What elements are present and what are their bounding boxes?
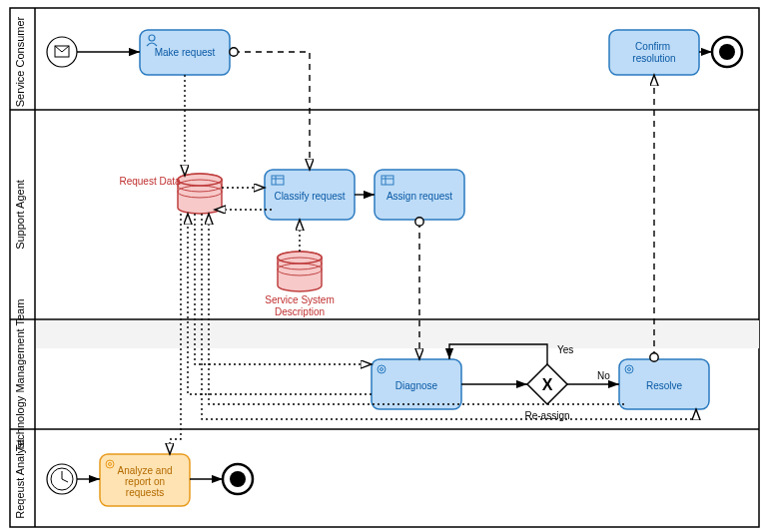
svg-text:requests: requests <box>126 487 164 498</box>
svg-text:Confirm
      resolution: Confirm resolution <box>632 41 675 64</box>
svg-text:Diagnose: Diagnose <box>395 380 438 391</box>
svg-text:Classify request: Classify request <box>274 191 345 202</box>
svg-text:Description: Description <box>275 306 325 317</box>
svg-point-59 <box>230 471 246 487</box>
datastore-request-data: Request Data <box>119 174 222 214</box>
svg-text:Assign request: Assign request <box>386 191 452 202</box>
task-make-request: Make request <box>140 30 230 75</box>
bpmn-diagram: Service Consumer Support Agent Technolog… <box>0 0 767 532</box>
end-event <box>712 37 742 67</box>
task-confirm-resolution: Confirm resolution <box>609 30 699 75</box>
start-event-message <box>47 37 77 67</box>
svg-text:report on: report on <box>125 476 165 487</box>
end-event-analyst <box>223 464 253 494</box>
task-diagnose: Diagnose <box>372 359 461 409</box>
lane-support-agent: Support Agent <box>14 180 26 250</box>
start-event-timer <box>47 464 77 494</box>
lane-service-consumer: Service Consumer <box>14 16 26 107</box>
svg-text:X: X <box>542 376 553 393</box>
task-classify-request: Classify request <box>265 170 355 220</box>
task-resolve: Resolve <box>619 359 709 409</box>
svg-text:Service System: Service System <box>265 294 334 305</box>
task-assign-request: Assign request <box>375 170 464 220</box>
svg-text:Request Data: Request Data <box>119 176 181 187</box>
svg-rect-5 <box>36 320 759 348</box>
gateway-reassign: X Re-assign Yes No <box>524 344 610 421</box>
task-analyze: Analyze and report on requests <box>100 454 190 506</box>
datastore-service-system: Service System Description <box>265 252 334 317</box>
pool <box>10 8 759 527</box>
svg-text:Make request: Make request <box>155 47 216 58</box>
svg-text:Yes: Yes <box>557 344 573 355</box>
svg-text:Resolve: Resolve <box>646 380 683 391</box>
svg-point-14 <box>719 44 735 60</box>
lane-request-analyst: Reqeust Analyst <box>14 439 26 519</box>
svg-text:No: No <box>597 370 610 381</box>
msg-make-classify <box>234 52 310 170</box>
svg-text:Analyze and: Analyze and <box>117 465 172 476</box>
lane-tech-mgmt: Technology Management Team <box>14 299 26 452</box>
